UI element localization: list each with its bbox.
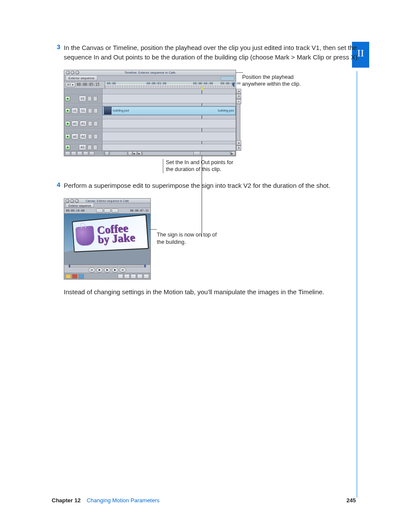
auto-select-icon[interactable] — [93, 145, 97, 150]
overwrite-edit-icon[interactable] — [72, 274, 78, 279]
track-header-v2[interactable]: V2 — [64, 94, 102, 103]
ruler-tc: 00:00:06:00 — [193, 82, 213, 85]
play-icon[interactable]: ▶ — [104, 268, 111, 273]
closing-paragraph: Instead of changing settings in the Moti… — [64, 287, 359, 297]
in-point-icon[interactable] — [69, 264, 70, 268]
track-header-a1[interactable]: a1 A1 — [64, 119, 102, 128]
play-in-out-icon[interactable]: ▶ — [96, 268, 103, 273]
next-edit-icon[interactable]: ▸| — [119, 268, 126, 273]
audible-icon[interactable] — [65, 121, 70, 126]
scroll-down-icon[interactable]: ▾ — [236, 146, 241, 151]
footer-page-number: 245 — [346, 497, 356, 504]
toggle-icon[interactable] — [65, 151, 70, 156]
clip-name: building.psd — [113, 109, 129, 112]
prev-edit-icon[interactable]: |◂ — [88, 268, 95, 273]
auto-select-icon[interactable] — [93, 108, 98, 113]
view-popup[interactable] — [104, 208, 111, 213]
auto-select-icon[interactable] — [93, 134, 98, 139]
caption-playhead: Position the playhead anywhere within th… — [242, 74, 315, 88]
clip-building[interactable]: building.psd building.psd — [103, 106, 236, 115]
auto-select-icon[interactable] — [93, 121, 98, 126]
lock-icon[interactable] — [87, 145, 92, 150]
visibility-icon[interactable] — [65, 96, 70, 101]
window-title: Timeline: Exterior sequence in Cafe — [64, 71, 236, 75]
track-header-a3[interactable]: A3 — [64, 144, 102, 151]
clip-thumbnail-icon — [104, 107, 112, 115]
footer-chapter: Chapter 12 — [52, 497, 81, 504]
match-frame-icon[interactable] — [118, 274, 123, 279]
track-header-a2[interactable]: a2 A2 — [64, 132, 102, 141]
lock-icon[interactable] — [88, 121, 92, 126]
out-point-icon[interactable] — [144, 264, 146, 268]
lock-icon[interactable] — [88, 108, 92, 113]
toggle-icon[interactable] — [71, 151, 76, 156]
scrubber[interactable] — [68, 265, 146, 267]
toggle-icon[interactable] — [83, 151, 88, 156]
coffee-cup-icon — [75, 226, 95, 246]
track-lane-v1[interactable]: building.psd building.psd — [103, 106, 236, 115]
track-label[interactable]: V2 — [79, 96, 86, 102]
auto-select-icon[interactable] — [93, 96, 97, 101]
track-height-icon[interactable]: ▪ — [236, 99, 241, 104]
caption-sign: The sign is now on top of the building. — [157, 231, 221, 246]
lock-icon[interactable] — [88, 134, 92, 139]
step-3: 3 In the Canvas or Timeline, position th… — [52, 43, 359, 62]
track-label[interactable]: A3 — [79, 144, 86, 150]
scroll-down-icon[interactable]: ▾ — [236, 94, 241, 99]
timeline-window: Timeline: Exterior sequence in Cafe Exte… — [64, 70, 236, 156]
timeline-ruler[interactable]: 00:00 00:00:03:00 00:00:06:00 00:00:09:0… — [105, 81, 236, 88]
play-around-icon[interactable]: ▶ — [112, 268, 118, 273]
add-keyframe-icon[interactable] — [131, 274, 136, 279]
zoom-out-icon[interactable] — [105, 151, 109, 156]
dest-patch[interactable]: A1 — [80, 121, 87, 127]
caption-inout: Set the In and Out points for the durati… — [163, 159, 239, 174]
track-lane-v2[interactable] — [103, 94, 236, 103]
zoom-popup[interactable] — [96, 208, 103, 213]
toggle-icon[interactable] — [89, 151, 94, 156]
scroll-left-icon[interactable]: ◂ — [137, 151, 142, 156]
track-lane-a1[interactable] — [103, 119, 236, 128]
sequence-tab[interactable]: Exterior sequence — [65, 203, 94, 208]
scroll-up-icon[interactable]: ▴ — [236, 89, 241, 94]
ruler-tc: 00:00:09:00 — [221, 82, 240, 85]
insert-edit-icon[interactable] — [65, 274, 71, 279]
mark-clip-icon[interactable] — [124, 274, 130, 279]
button-bar[interactable] — [221, 76, 234, 81]
dest-patch[interactable]: A2 — [80, 134, 87, 140]
source-patch[interactable]: a2 — [72, 134, 78, 140]
track-header-v1[interactable]: v1 V1 — [64, 106, 102, 115]
source-patch[interactable]: v1 — [72, 108, 78, 114]
overlay-popup[interactable] — [112, 208, 118, 213]
hscroll-thumb[interactable] — [193, 152, 200, 155]
current-timecode[interactable]: 00:00:05:15 — [77, 83, 100, 87]
vscroll-track[interactable] — [236, 104, 240, 140]
lock-icon[interactable] — [87, 96, 92, 101]
zoom-in-icon[interactable] — [128, 151, 132, 156]
right-timecode[interactable]: 00:00:07:15 — [130, 209, 149, 212]
window-titlebar: Canvas: Exterior sequence in Cafe — [64, 199, 150, 203]
sequence-tab[interactable]: Exterior sequence — [65, 76, 97, 81]
hscroll-track[interactable] — [142, 151, 230, 156]
step-number: 4 — [52, 181, 64, 190]
audible-icon[interactable] — [65, 145, 70, 150]
mark-out-icon[interactable] — [143, 274, 149, 279]
canvas-video-area[interactable]: Coffee by Jake — [64, 214, 150, 264]
source-patch[interactable]: a1 — [72, 121, 78, 127]
audible-icon[interactable] — [65, 134, 70, 139]
step-number: 3 — [52, 43, 64, 62]
scroll-up-icon[interactable]: ▴ — [236, 140, 241, 146]
dest-patch[interactable]: V1 — [79, 108, 87, 114]
toggle-icon[interactable] — [77, 151, 82, 156]
zoom-slider[interactable] — [109, 151, 128, 156]
visibility-icon[interactable] — [65, 108, 70, 113]
rt-popup[interactable]: RT ▾ — [65, 82, 75, 87]
track-lane-a3[interactable] — [103, 144, 236, 151]
ruler-tc: 00:00 — [107, 82, 116, 85]
ruler-tc: 00:00:03:00 — [146, 82, 166, 85]
mark-in-icon[interactable] — [137, 274, 143, 279]
scroll-left-icon[interactable]: ◂ — [133, 151, 137, 156]
track-lane-a2[interactable] — [103, 132, 236, 141]
left-timecode[interactable]: 00:00:10:00 — [66, 209, 84, 212]
scroll-right-icon[interactable]: ▸ — [231, 151, 235, 156]
replace-edit-icon[interactable] — [78, 274, 84, 279]
